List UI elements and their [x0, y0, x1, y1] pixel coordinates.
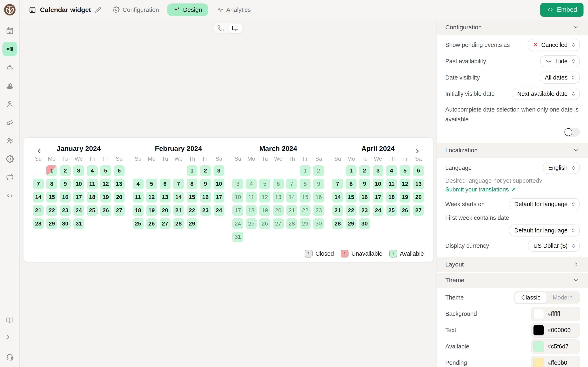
day-cell[interactable]: 3	[232, 179, 243, 189]
day-cell[interactable]: 3	[73, 165, 84, 176]
day-cell[interactable]: 11	[246, 192, 257, 202]
day-cell[interactable]: 20	[114, 192, 125, 202]
day-cell[interactable]: 30	[60, 218, 71, 229]
week-starts-select[interactable]: Default for language	[509, 198, 580, 210]
day-cell[interactable]: 15	[300, 192, 311, 202]
sidebar-item-tickets[interactable]	[2, 115, 17, 130]
day-cell[interactable]: 20	[413, 192, 424, 202]
day-cell[interactable]: 14	[286, 192, 297, 202]
day-cell[interactable]: 3	[373, 165, 383, 176]
submit-translations-link[interactable]: Submit your translations	[445, 186, 517, 193]
day-cell[interactable]: 8	[300, 179, 311, 189]
day-cell[interactable]: 2	[200, 165, 211, 176]
pending-events-select[interactable]: ✕ Cancelled	[527, 39, 580, 51]
text-color-input[interactable]: #000000	[531, 323, 580, 338]
day-cell[interactable]: 1	[346, 165, 356, 176]
day-cell[interactable]: 15	[187, 192, 198, 202]
day-cell[interactable]: 4	[246, 179, 257, 189]
day-cell[interactable]: 12	[100, 179, 111, 189]
day-cell[interactable]: 30	[359, 218, 370, 229]
day-cell[interactable]: 9	[200, 179, 211, 189]
sidebar-item-settings[interactable]	[2, 152, 17, 166]
day-cell[interactable]: 29	[346, 218, 356, 229]
day-cell[interactable]: 21	[33, 205, 44, 216]
day-cell[interactable]: 2	[60, 165, 71, 176]
day-cell[interactable]: 6	[114, 165, 125, 176]
day-cell[interactable]: 8	[46, 179, 57, 189]
day-cell[interactable]: 23	[60, 205, 71, 216]
background-color-input[interactable]: #ffffff	[531, 307, 580, 321]
sidebar-item-recurring[interactable]	[2, 170, 17, 185]
theme-option-classic[interactable]: Classic	[515, 292, 546, 303]
day-cell[interactable]: 18	[87, 192, 98, 202]
day-cell[interactable]: 19	[259, 205, 270, 216]
sidebar-item-team[interactable]	[2, 133, 17, 148]
day-cell[interactable]: 17	[214, 192, 224, 202]
day-cell[interactable]: 24	[373, 205, 383, 216]
day-cell[interactable]: 31	[232, 232, 243, 242]
section-header-layout[interactable]: Layout	[437, 257, 588, 272]
day-cell[interactable]: 24	[73, 205, 84, 216]
first-week-select[interactable]: Default for language	[509, 225, 580, 236]
day-cell[interactable]: 9	[359, 179, 370, 189]
day-cell[interactable]: 23	[313, 205, 324, 216]
initially-visible-date-select[interactable]: Next available date	[512, 88, 580, 100]
day-cell[interactable]: 19	[100, 192, 111, 202]
day-cell[interactable]: 10	[214, 179, 224, 189]
day-cell[interactable]: 21	[173, 205, 184, 216]
sidebar-item-customers[interactable]	[2, 97, 17, 111]
day-cell[interactable]: 18	[386, 192, 397, 202]
day-cell[interactable]: 10	[232, 192, 243, 202]
tab-design[interactable]: Design	[167, 3, 208, 16]
day-cell[interactable]: 26	[399, 205, 410, 216]
day-cell[interactable]: 28	[332, 218, 343, 229]
day-cell[interactable]: 23	[200, 205, 211, 216]
day-cell[interactable]: 7	[332, 179, 343, 189]
display-currency-select[interactable]: US Dollar ($)	[528, 240, 580, 252]
day-cell[interactable]: 27	[273, 218, 284, 229]
day-cell[interactable]: 1	[46, 165, 57, 176]
day-cell[interactable]: 4	[386, 165, 397, 176]
day-cell[interactable]: 27	[413, 205, 424, 216]
device-desktop-button[interactable]	[228, 24, 242, 33]
day-cell[interactable]: 8	[346, 179, 356, 189]
day-cell[interactable]: 4	[133, 179, 144, 189]
day-cell[interactable]: 16	[359, 192, 370, 202]
sidebar-item-docs[interactable]	[2, 313, 17, 328]
day-cell[interactable]: 14	[33, 192, 44, 202]
day-cell[interactable]: 13	[114, 179, 125, 189]
sidebar-item-widget-builder[interactable]	[2, 42, 17, 56]
day-cell[interactable]: 14	[332, 192, 343, 202]
edit-pencil-icon[interactable]	[95, 7, 101, 13]
day-cell[interactable]: 19	[146, 205, 157, 216]
day-cell[interactable]: 16	[60, 192, 71, 202]
day-cell[interactable]: 29	[300, 218, 311, 229]
pending-color-input[interactable]: #ffebb0	[531, 356, 580, 367]
day-cell[interactable]: 22	[300, 205, 311, 216]
day-cell[interactable]: 5	[146, 179, 157, 189]
day-cell[interactable]: 25	[386, 205, 397, 216]
day-cell[interactable]: 7	[33, 179, 44, 189]
day-cell[interactable]: 13	[413, 179, 424, 189]
language-select[interactable]: English	[543, 162, 580, 174]
day-cell[interactable]: 31	[73, 218, 84, 229]
day-cell[interactable]: 15	[46, 192, 57, 202]
day-cell[interactable]: 20	[273, 205, 284, 216]
device-phone-button[interactable]	[213, 24, 228, 33]
day-cell[interactable]: 26	[146, 218, 157, 229]
day-cell[interactable]: 25	[246, 218, 257, 229]
day-cell[interactable]: 10	[373, 179, 383, 189]
day-cell[interactable]: 13	[160, 192, 171, 202]
day-cell[interactable]: 26	[259, 218, 270, 229]
day-cell[interactable]: 4	[87, 165, 98, 176]
day-cell[interactable]: 5	[399, 165, 410, 176]
theme-option-modern[interactable]: Modern	[546, 292, 579, 303]
day-cell[interactable]: 24	[214, 205, 224, 216]
day-cell[interactable]: 7	[286, 179, 297, 189]
day-cell[interactable]: 17	[373, 192, 383, 202]
available-color-input[interactable]: #c5f6d7	[531, 339, 580, 354]
calendar-prev-button[interactable]	[35, 147, 44, 156]
tab-analytics[interactable]: Analytics	[216, 6, 251, 13]
day-cell[interactable]: 11	[87, 179, 98, 189]
day-cell[interactable]: 29	[46, 218, 57, 229]
